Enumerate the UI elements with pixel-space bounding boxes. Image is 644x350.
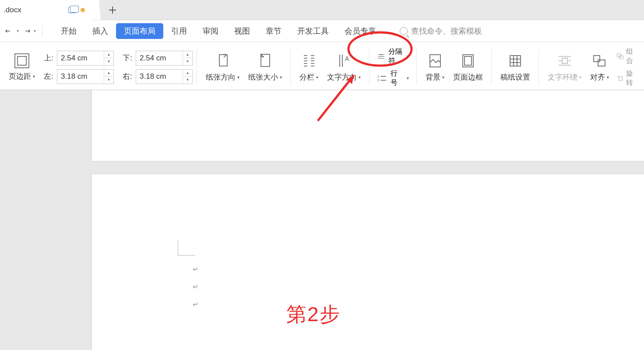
search-placeholder: 查找命令、搜索模板 [411,26,482,36]
tab-start[interactable]: 开始 [53,23,84,39]
chevron-down-icon: ▾ [407,76,409,80]
group-paper: 纸张方向▾ 纸张大小▾ [197,45,291,90]
margins-icon [14,53,30,69]
titlebar: .docx [0,0,644,20]
separator [42,25,42,37]
columns-button[interactable]: 分栏▾ [295,52,323,82]
svg-rect-3 [261,54,270,66]
paper-size-icon [257,52,274,70]
search-icon [400,27,408,35]
document-tab[interactable]: .docx [0,0,92,20]
orientation-icon [214,52,232,70]
tab-page-layout[interactable]: 页面布局 [116,23,163,39]
align-icon [591,52,609,70]
unsaved-indicator-icon [81,8,85,12]
margins-button[interactable]: 页边距▾ [4,53,37,81]
rotate-button[interactable]: 旋转 [613,67,640,89]
svg-rect-2 [219,55,227,66]
rotate-icon [617,74,623,82]
text-wrap-button[interactable]: 文字环绕▾ [543,52,586,82]
text-direction-button[interactable]: A 文字方向▾ [323,52,365,82]
svg-rect-13 [598,60,605,66]
svg-rect-1 [18,56,26,65]
line-numbers-button[interactable]: 12 行号 ▾ [374,67,412,89]
chevron-down-icon: ▾ [442,75,444,80]
group-arrange: 文字环绕▾ 对齐▾ 组合 旋转 [539,45,644,90]
tab-references[interactable]: 引用 [163,23,195,39]
redo-button[interactable] [21,26,31,36]
group-background: 背景▾ 页面边框 [417,45,492,90]
margin-left-input[interactable]: 3.18 cm ▲▼ [57,69,114,84]
group-margins: 页边距▾ 上: 2.54 cm ▲▼ 左: 3.18 cm ▲▼ 下: [0,45,197,90]
margin-top-input[interactable]: 2.54 cm ▲▼ [57,51,114,66]
background-label: 背景 [426,72,440,82]
new-tab-button[interactable] [102,0,123,20]
margin-bottom-label: 下: [118,53,132,63]
page-previous[interactable] [92,90,644,161]
text-wrap-label: 文字环绕 [548,72,577,82]
orientation-label: 纸张方向 [206,72,236,82]
qat-customize-dropdown[interactable]: ▾ [34,28,36,33]
undo-dropdown[interactable]: ▾ [17,28,19,33]
undo-button[interactable] [4,26,14,36]
tab-chapter[interactable]: 章节 [258,23,289,39]
search-box[interactable]: 查找命令、搜索模板 [400,26,482,36]
orientation-button[interactable]: 纸张方向▾ [201,52,244,82]
text-direction-icon: A [335,52,353,70]
margin-left-value: 3.18 cm [61,72,87,81]
chevron-down-icon: ▾ [316,75,318,80]
manuscript-button[interactable]: 稿纸设置 [496,52,535,82]
page-border-button[interactable]: 页面边框 [449,52,487,82]
menubar: ▾ ▾ 开始 插入 页面布局 引用 审阅 视图 章节 开发工具 会员专享 查找命… [0,20,644,42]
tab-review[interactable]: 审阅 [195,23,226,39]
tab-view[interactable]: 视图 [226,23,258,39]
page-border-icon [459,52,477,70]
paragraph-mark-icon: ↵ [193,265,198,273]
margin-right-input[interactable]: 3.18 cm ▲▼ [136,69,193,84]
group-breaks: 分隔符 ▾ 12 行号 ▾ [370,45,417,90]
margin-bottom-input[interactable]: 2.54 cm ▲▼ [136,51,193,66]
spin-down-icon[interactable]: ▼ [104,58,113,65]
breaks-button[interactable]: 分隔符 ▾ [374,46,412,67]
tab-developer

[interactable]: 开发工具 [289,23,337,39]
svg-rect-15 [619,56,623,59]
spin-down-icon[interactable]: ▼ [183,58,192,65]
spin-up-icon[interactable]: ▲ [104,51,113,59]
paragraph-mark-icon: ↵ [193,300,198,308]
page-current[interactable] [92,174,644,350]
svg-rect-12 [594,56,600,62]
svg-text:A: A [345,55,349,62]
chevron-down-icon: ▾ [359,75,361,80]
line-numbers-icon: 12 [377,74,387,83]
manuscript-label: 稿纸设置 [500,72,530,82]
paper-size-button[interactable]: 纸张大小▾ [244,52,286,82]
spin-up-icon[interactable]: ▲ [183,51,192,59]
undo-icon [4,26,14,36]
align-button[interactable]: 对齐▾ [586,52,613,82]
svg-rect-9 [465,56,472,65]
text-wrap-icon [556,52,574,70]
manuscript-icon [507,52,524,70]
group-objects-button[interactable]: 组合 [613,46,640,67]
spin-up-icon[interactable]: ▲ [104,70,113,77]
text-direction-label: 文字方向 [327,72,357,82]
tab-member[interactable]: 会员专享 [337,23,384,39]
ribbon-tabs: 开始 插入 页面布局 引用 审阅 视图 章节 开发工具 会员专享 [53,23,384,39]
svg-rect-10 [510,56,521,66]
margin-left-label: 左: [39,71,53,81]
tab-insert[interactable]: 插入 [84,23,116,39]
background-icon [426,52,444,70]
margin-top-value: 2.54 cm [61,54,87,63]
chevron-down-icon: ▾ [579,75,581,80]
spin-down-icon[interactable]: ▼ [183,77,192,84]
spin-up-icon[interactable]: ▲ [183,70,192,77]
breaks-icon [377,52,385,61]
background-button[interactable]: 背景▾ [421,52,449,82]
paper-size-label: 纸张大小 [248,72,278,82]
rotate-label: 旋转 [626,69,636,88]
svg-rect-0 [15,54,29,68]
window-restore-icon[interactable] [68,7,76,13]
spin-down-icon[interactable]: ▼ [104,77,113,84]
group-objects-label: 组合 [626,47,636,66]
svg-rect-11 [562,58,567,63]
